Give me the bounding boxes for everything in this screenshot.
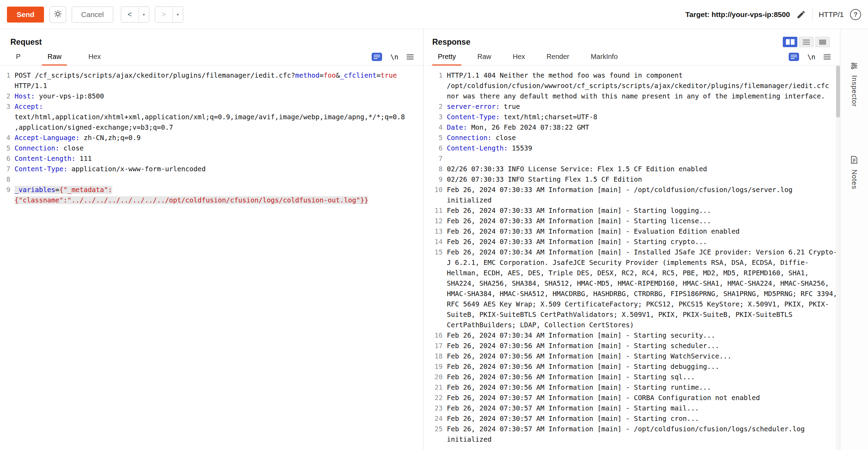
- code-text: [447, 154, 837, 164]
- code-line: 6Content-Length: 15539: [431, 143, 840, 154]
- request-editor[interactable]: 1POST /cf_scripts/scripts/ajax/ckeditor/…: [0, 66, 423, 206]
- code-line: 25Feb 26, 2024 07:30:57 AM Information […: [431, 424, 840, 445]
- http-version-selector[interactable]: HTTP/1: [819, 10, 844, 19]
- history-forward-button[interactable]: >: [155, 7, 172, 22]
- line-number: 24: [431, 414, 443, 424]
- line-number: 4: [431, 122, 443, 133]
- code-text: Feb 26, 2024 07:30:34 AM Information [ma…: [447, 247, 837, 330]
- code-text: server-error: true: [447, 102, 837, 112]
- response-tab-pretty[interactable]: Pretty: [432, 49, 461, 66]
- code-line: 802/26 07:30:33 INFO License Service: Fl…: [431, 164, 840, 174]
- panel-divider[interactable]: [423, 29, 424, 450]
- hamburger-menu-icon[interactable]: [824, 54, 831, 60]
- request-settings-button[interactable]: [50, 6, 66, 23]
- history-back-dropdown[interactable]: ▾: [139, 7, 149, 22]
- response-tab-hex[interactable]: Hex: [507, 49, 531, 66]
- line-number: 22: [431, 393, 443, 403]
- line-number: 8: [431, 164, 443, 174]
- code-text: 02/26 07:30:33 INFO License Service: Fle…: [447, 164, 837, 174]
- code-text: Content-Type: application/x-www-form-url…: [15, 164, 405, 174]
- code-line: 5Connection: close: [1, 143, 423, 154]
- line-number: 5: [431, 133, 443, 143]
- toolbar-right: Target: http://your-vps-ip:8500 HTTP/1 ?: [685, 8, 861, 21]
- code-line: 6Content-Length: 111: [1, 154, 423, 164]
- code-line: 8: [1, 174, 423, 185]
- cancel-button[interactable]: Cancel: [72, 7, 113, 23]
- line-number: 10: [431, 185, 443, 195]
- sliders-icon: [850, 62, 858, 71]
- line-number: 6: [431, 143, 443, 154]
- code-text: Connection: close: [447, 133, 837, 143]
- history-back-button[interactable]: <: [121, 7, 139, 22]
- code-line: 4Accept-Language: zh-CN,zh;q=0.9: [1, 133, 423, 143]
- hamburger-menu-icon[interactable]: [407, 54, 414, 60]
- code-line: 1HTTP/1.1 404 Neither the method foo was…: [431, 70, 840, 102]
- request-tab-hex[interactable]: Hex: [83, 49, 106, 66]
- response-editor[interactable]: 1HTTP/1.1 404 Neither the method foo was…: [427, 66, 840, 445]
- line-number: 9: [1, 185, 10, 195]
- history-back-split-button: < ▾: [121, 7, 149, 23]
- response-tab-render[interactable]: Render: [541, 49, 575, 66]
- code-text: Content-Length: 111: [15, 154, 405, 164]
- code-line: 7: [431, 154, 840, 164]
- code-line: 902/26 07:30:33 INFO Starting Flex 1.5 C…: [431, 174, 840, 185]
- code-line: 23Feb 26, 2024 07:30:57 AM Information […: [431, 403, 840, 414]
- single-view-toggle[interactable]: [815, 37, 830, 47]
- line-number: 11: [431, 206, 443, 216]
- columns-view-toggle[interactable]: [783, 37, 797, 47]
- code-line: 24Feb 26, 2024 07:30:57 AM Information […: [431, 414, 840, 424]
- show-newlines-toggle[interactable]: \n: [390, 53, 398, 61]
- rows-view-toggle[interactable]: [799, 37, 814, 47]
- toolbar: Send Cancel < ▾ > ▾ Target: http://your-: [0, 0, 868, 29]
- line-number: 3: [431, 112, 443, 122]
- notes-rail-tab[interactable]: Notes: [840, 156, 868, 189]
- line-number: 19: [431, 362, 443, 372]
- code-text: Feb 26, 2024 07:30:33 AM Information [ma…: [447, 206, 837, 216]
- response-tab-markinfo[interactable]: MarkInfo: [585, 49, 623, 66]
- code-line: 7Content-Type: application/x-www-form-ur…: [1, 164, 423, 174]
- line-number: 2: [1, 91, 10, 102]
- line-number: 4: [1, 133, 10, 143]
- code-line: 22Feb 26, 2024 07:30:57 AM Information […: [431, 393, 840, 403]
- line-number: 1: [431, 70, 443, 81]
- line-number: 14: [431, 237, 443, 247]
- code-line: 20Feb 26, 2024 07:30:56 AM Information […: [431, 372, 840, 382]
- send-button[interactable]: Send: [7, 7, 44, 23]
- layout-toggles: [783, 37, 830, 47]
- code-text: Accept-Language: zh-CN,zh;q=0.9: [15, 133, 405, 143]
- code-text: Feb 26, 2024 07:30:56 AM Information [ma…: [447, 341, 837, 351]
- repeater-window: Send Cancel < ▾ > ▾ Target: http://your-: [0, 0, 868, 450]
- code-line: 5Connection: close: [431, 133, 840, 143]
- notes-rail-label: Notes: [850, 170, 858, 189]
- line-number: 2: [431, 102, 443, 112]
- request-tab-raw[interactable]: Raw: [42, 49, 67, 66]
- line-number: 5: [1, 143, 10, 154]
- code-line: 13Feb 26, 2024 07:30:33 AM Information […: [431, 226, 840, 237]
- history-forward-dropdown[interactable]: ▾: [172, 7, 183, 22]
- code-text: Content-Length: 15539: [447, 143, 837, 154]
- word-wrap-icon[interactable]: [789, 53, 799, 61]
- response-scrollbar-thumb[interactable]: [836, 66, 840, 118]
- code-text: Feb 26, 2024 07:30:57 AM Information [ma…: [447, 403, 837, 414]
- code-line: 9_variables={"_metadata":{"classname":".…: [1, 185, 423, 206]
- code-line: 12Feb 26, 2024 07:30:33 AM Information […: [431, 216, 840, 226]
- code-line: 2server-error: true: [431, 102, 840, 112]
- edit-target-pencil-icon[interactable]: [796, 10, 806, 19]
- show-newlines-toggle[interactable]: \n: [807, 53, 815, 61]
- response-panel-head: Response: [427, 29, 840, 49]
- response-editor-icons: \n: [789, 53, 831, 61]
- inspector-rail-tab[interactable]: Inspector: [840, 62, 868, 107]
- line-number: 9: [431, 174, 443, 185]
- code-text: Feb 26, 2024 07:30:33 AM Information [ma…: [447, 226, 837, 237]
- request-panel: Request P Raw Hex \n 1POST /cf_scripts/s…: [0, 29, 423, 450]
- response-tab-raw[interactable]: Raw: [472, 49, 497, 66]
- code-text: Feb 26, 2024 07:30:34 AM Information [ma…: [447, 330, 837, 341]
- line-number: 17: [431, 341, 443, 351]
- line-number: 25: [431, 424, 443, 434]
- code-text: Feb 26, 2024 07:30:56 AM Information [ma…: [447, 372, 837, 382]
- help-icon[interactable]: ?: [850, 9, 861, 20]
- line-number: 23: [431, 403, 443, 414]
- word-wrap-icon[interactable]: [372, 53, 382, 61]
- line-number: 7: [1, 164, 10, 174]
- request-tab-pretty[interactable]: P: [10, 49, 26, 66]
